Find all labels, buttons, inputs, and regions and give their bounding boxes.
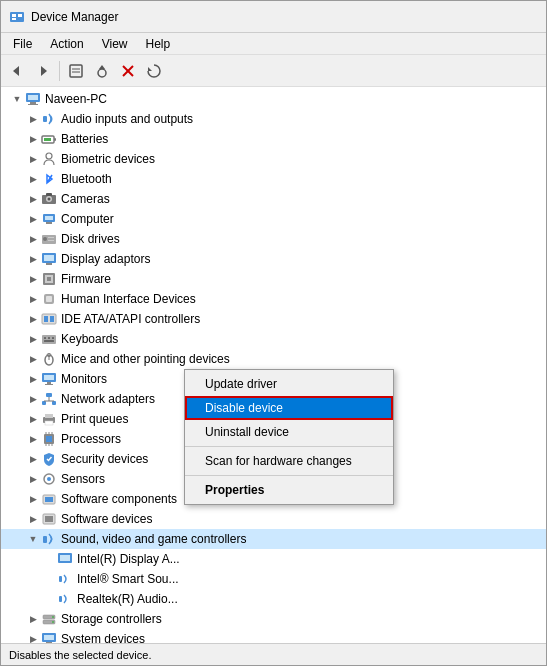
context-menu-scan-hardware[interactable]: Scan for hardware changes <box>185 449 393 473</box>
svg-rect-67 <box>46 436 52 442</box>
toolbar-scan[interactable] <box>142 59 166 83</box>
tree-item-intel-display[interactable]: ▶ Intel(R) Display A... <box>1 549 546 569</box>
expand-disk[interactable]: ▶ <box>25 229 41 249</box>
expand-mice[interactable]: ▶ <box>25 349 41 369</box>
context-menu-properties[interactable]: Properties <box>185 478 393 502</box>
ide-label: IDE ATA/ATAPI controllers <box>61 312 200 326</box>
svg-rect-26 <box>46 193 52 196</box>
expand-hid[interactable]: ▶ <box>25 289 41 309</box>
computer-icon <box>25 91 41 107</box>
tree-item-realtek-audio[interactable]: ▶ Realtek(R) Audio... <box>1 589 546 609</box>
context-menu-sep1 <box>185 446 393 447</box>
expand-bluetooth[interactable]: ▶ <box>25 169 41 189</box>
expand-cameras[interactable]: ▶ <box>25 189 41 209</box>
tree-item-ide[interactable]: ▶ IDE ATA/ATAPI controllers <box>1 309 546 329</box>
tree-item-storage[interactable]: ▶ Storage controllers <box>1 609 546 629</box>
expand-software-devices[interactable]: ▶ <box>25 509 41 529</box>
tree-item-sound-video[interactable]: ▼ Sound, video and game controllers <box>1 529 546 549</box>
menu-file[interactable]: File <box>5 35 40 53</box>
bluetooth-label: Bluetooth <box>61 172 112 186</box>
context-menu-disable-device[interactable]: Disable device <box>185 396 393 420</box>
expand-sensors[interactable]: ▶ <box>25 469 41 489</box>
expand-batteries[interactable]: ▶ <box>25 129 41 149</box>
tree-item-system-devices[interactable]: ▶ System devices <box>1 629 546 643</box>
expand-firmware[interactable]: ▶ <box>25 269 41 289</box>
context-menu-update-driver[interactable]: Update driver <box>185 372 393 396</box>
svg-rect-79 <box>45 516 53 522</box>
storage-label: Storage controllers <box>61 612 162 626</box>
monitor-icon <box>41 371 57 387</box>
tree-item-audio[interactable]: ▶ Audio inputs and outputs <box>1 109 546 129</box>
expand-network[interactable]: ▶ <box>25 389 41 409</box>
expand-system-devices[interactable]: ▶ <box>25 629 41 643</box>
device-tree[interactable]: ▼ Naveen-PC ▶ <box>1 87 546 643</box>
expand-sound-video[interactable]: ▼ <box>25 529 41 549</box>
svg-rect-59 <box>52 401 56 405</box>
expand-ide[interactable]: ▶ <box>25 309 41 329</box>
intel-smart-icon <box>57 571 73 587</box>
svg-rect-28 <box>45 216 53 220</box>
toolbar-update-driver[interactable] <box>90 59 114 83</box>
toolbar-properties[interactable] <box>64 59 88 83</box>
svg-rect-20 <box>44 138 51 141</box>
svg-rect-35 <box>44 255 54 261</box>
menu-action[interactable]: Action <box>42 35 91 53</box>
ide-icon <box>41 311 57 327</box>
realtek-audio-icon <box>57 591 73 607</box>
security-icon <box>41 451 57 467</box>
display-icon <box>41 251 57 267</box>
expand-security[interactable]: ▶ <box>25 449 41 469</box>
tree-item-software-devices[interactable]: ▶ Software devices <box>1 509 546 529</box>
sound-video-label: Sound, video and game controllers <box>61 532 246 546</box>
toolbar-back[interactable] <box>5 59 29 83</box>
tree-item-bluetooth[interactable]: ▶ Bluetooth <box>1 169 546 189</box>
firmware-label: Firmware <box>61 272 111 286</box>
expand-monitors[interactable]: ▶ <box>25 369 41 389</box>
expand-processors[interactable]: ▶ <box>25 429 41 449</box>
tree-item-mice[interactable]: ▶ Mice and other pointing devices <box>1 349 546 369</box>
display-label: Display adaptors <box>61 252 150 266</box>
expand-software-components[interactable]: ▶ <box>25 489 41 509</box>
realtek-audio-label: Realtek(R) Audio... <box>77 592 178 606</box>
toolbar-uninstall[interactable] <box>116 59 140 83</box>
tree-item-cameras[interactable]: ▶ Cameras <box>1 189 546 209</box>
software-devices-icon <box>41 511 57 527</box>
disk-icon <box>41 231 57 247</box>
tree-item-hid[interactable]: ▶ Human Interface Devices <box>1 289 546 309</box>
svg-marker-4 <box>13 66 19 76</box>
tree-item-computer[interactable]: ▶ Computer <box>1 209 546 229</box>
tree-item-intel-smart[interactable]: ▶ Intel® Smart Sou... <box>1 569 546 589</box>
svg-rect-90 <box>44 635 54 640</box>
tree-item-disk[interactable]: ▶ Disk drives <box>1 229 546 249</box>
tree-item-keyboards[interactable]: ▶ Keyboards <box>1 329 546 349</box>
menu-help[interactable]: Help <box>138 35 179 53</box>
title-bar-icon <box>9 9 25 25</box>
expand-biometric[interactable]: ▶ <box>25 149 41 169</box>
disk-label: Disk drives <box>61 232 120 246</box>
expand-storage[interactable]: ▶ <box>25 609 41 629</box>
expand-computer[interactable]: ▶ <box>25 209 41 229</box>
expand-display[interactable]: ▶ <box>25 249 41 269</box>
svg-point-9 <box>98 69 106 77</box>
menu-bar: File Action View Help <box>1 33 546 55</box>
tree-item-firmware[interactable]: ▶ Firmware <box>1 269 546 289</box>
expand-audio[interactable]: ▶ <box>25 109 41 129</box>
tree-item-batteries[interactable]: ▶ Batteries <box>1 129 546 149</box>
svg-rect-41 <box>46 296 52 302</box>
root-label: Naveen-PC <box>45 92 107 106</box>
tree-item-root[interactable]: ▼ Naveen-PC <box>1 89 546 109</box>
processors-label: Processors <box>61 432 121 446</box>
toolbar-forward[interactable] <box>31 59 55 83</box>
expand-print[interactable]: ▶ <box>25 409 41 429</box>
software-devices-label: Software devices <box>61 512 152 526</box>
status-text: Disables the selected device. <box>9 649 151 661</box>
tree-item-display[interactable]: ▶ Display adaptors <box>1 249 546 269</box>
context-menu-uninstall-device[interactable]: Uninstall device <box>185 420 393 444</box>
svg-rect-91 <box>46 642 52 643</box>
expand-root[interactable]: ▼ <box>9 89 25 109</box>
mice-label: Mice and other pointing devices <box>61 352 230 366</box>
tree-item-biometric[interactable]: ▶ Biometric devices <box>1 149 546 169</box>
menu-view[interactable]: View <box>94 35 136 53</box>
svg-rect-29 <box>46 222 52 224</box>
expand-keyboards[interactable]: ▶ <box>25 329 41 349</box>
